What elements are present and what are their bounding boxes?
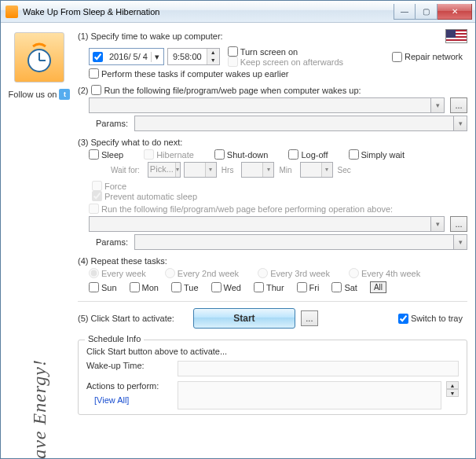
browse-before-button[interactable]: ... bbox=[450, 216, 467, 232]
sec-field[interactable]: ▾ bbox=[300, 162, 333, 178]
day-mon[interactable]: Mon bbox=[130, 282, 159, 292]
view-all-link[interactable]: [View All] bbox=[94, 395, 173, 405]
sleep-checkbox[interactable]: Sleep bbox=[89, 149, 123, 160]
start-more-button[interactable]: ... bbox=[301, 310, 318, 326]
every-3rd-week-radio[interactable]: Every 3rd week bbox=[258, 268, 330, 278]
min-field[interactable]: ▾ bbox=[241, 162, 274, 178]
s1-label: (1) Specify time to wake up computer: bbox=[78, 31, 223, 41]
force-checkbox: Force bbox=[92, 181, 197, 191]
time-picker[interactable]: 9:58:00 ▲▼ bbox=[167, 48, 220, 65]
schedule-info-group: Schedule Info Click Start button above t… bbox=[78, 340, 467, 415]
params-combo[interactable]: ▾ bbox=[134, 116, 467, 131]
chevron-down-icon[interactable]: ▾ bbox=[453, 116, 467, 131]
app-logo bbox=[14, 32, 64, 83]
date-picker[interactable]: 2016/ 5/ 4 ▾ bbox=[89, 48, 164, 65]
switch-to-tray-checkbox[interactable]: Switch to tray bbox=[398, 314, 463, 324]
every-4th-week-radio[interactable]: Every 4th week bbox=[349, 268, 420, 278]
actions-label: Actions to perform: bbox=[86, 381, 173, 391]
every-week-radio[interactable]: Every week bbox=[89, 268, 146, 278]
actions-down-icon[interactable]: ▼ bbox=[446, 389, 459, 397]
s3-label: (3) Specify what to do next: bbox=[78, 138, 182, 147]
chevron-down-icon[interactable]: ▾ bbox=[430, 97, 445, 113]
twitter-icon: t bbox=[59, 89, 70, 100]
s4-label: (4) Repeat these tasks: bbox=[78, 256, 167, 266]
day-tue[interactable]: Tue bbox=[171, 282, 199, 292]
pick-field[interactable]: Pick...▾ bbox=[148, 162, 181, 178]
section-5: (5) Click Start to activate: Start ... S… bbox=[78, 308, 467, 329]
app-icon bbox=[5, 6, 18, 18]
turn-screen-on-checkbox[interactable]: Turn screen on bbox=[228, 46, 343, 57]
wake-time-label: Wake-up Time: bbox=[86, 361, 173, 370]
perform-earlier-checkbox[interactable]: Perform these tasks if computer wakes up… bbox=[89, 68, 288, 79]
prevent-sleep-checkbox: Prevent automatic sleep bbox=[92, 191, 197, 201]
sidebar: Follow us on t Let's Save Energy! bbox=[5, 29, 73, 453]
chevron-down-icon[interactable]: ▾ bbox=[430, 216, 445, 232]
section-1: (1) Specify time to wake up computer: 20… bbox=[78, 29, 467, 79]
shutdown-checkbox[interactable]: Shut-down bbox=[214, 149, 269, 160]
day-thu[interactable]: Thur bbox=[254, 282, 284, 292]
hrs-field[interactable]: ▾ bbox=[184, 162, 217, 178]
section-3: (3) Specify what to do next: Sleep Hiber… bbox=[78, 138, 467, 250]
run-before-combo[interactable]: ▾ bbox=[89, 216, 445, 232]
close-button[interactable]: ✕ bbox=[438, 4, 472, 20]
maximize-button[interactable]: ▢ bbox=[416, 4, 438, 20]
params-before-label: Params: bbox=[89, 237, 128, 247]
day-fri[interactable]: Fri bbox=[297, 282, 320, 292]
actions-up-icon[interactable]: ▲ bbox=[446, 381, 459, 389]
actions-value bbox=[178, 381, 441, 409]
run-before-checkbox: Run the following file/program/web page … bbox=[89, 204, 393, 214]
params-before-combo[interactable]: ▾ bbox=[134, 234, 467, 250]
hibernate-checkbox: Hibernate bbox=[144, 149, 194, 160]
day-sat[interactable]: Sat bbox=[331, 282, 357, 292]
section-4: (4) Repeat these tasks: Every week Every… bbox=[78, 256, 467, 293]
s2-number: (2) bbox=[78, 86, 88, 95]
s5-label: (5) Click Start to activate: bbox=[78, 314, 174, 323]
logoff-checkbox[interactable]: Log-off bbox=[288, 149, 328, 160]
wake-time-value bbox=[178, 361, 459, 376]
wait-for-label: Wait for: bbox=[111, 166, 140, 174]
schedule-hint: Click Start button above to activate... bbox=[86, 347, 459, 356]
follow-link[interactable]: Follow us on t bbox=[9, 89, 71, 100]
start-button[interactable]: Start bbox=[193, 308, 295, 329]
every-2nd-week-radio[interactable]: Every 2nd week bbox=[165, 268, 239, 278]
simply-wait-checkbox[interactable]: Simply wait bbox=[349, 149, 405, 160]
window-title: Wake Up From Sleep & Hibernation bbox=[23, 7, 394, 17]
run-path-combo[interactable]: ▾ bbox=[89, 97, 445, 113]
day-wed[interactable]: Wed bbox=[211, 282, 241, 292]
day-sun[interactable]: Sun bbox=[89, 282, 117, 292]
time-up-icon[interactable]: ▲ bbox=[207, 49, 219, 57]
minimize-button[interactable]: — bbox=[394, 4, 416, 20]
schedule-title: Schedule Info bbox=[85, 334, 144, 343]
params-label: Params: bbox=[89, 119, 128, 128]
chevron-down-icon[interactable]: ▾ bbox=[453, 234, 467, 250]
keep-screen-on-checkbox: Keep screen on afterwards bbox=[228, 57, 343, 67]
titlebar: Wake Up From Sleep & Hibernation — ▢ ✕ bbox=[1, 1, 475, 23]
date-value[interactable]: 2016/ 5/ 4 bbox=[106, 52, 151, 61]
tagline-text: Let's Save Energy! bbox=[29, 359, 50, 458]
main-panel: (1) Specify time to wake up computer: 20… bbox=[78, 29, 467, 453]
section-2: (2) Run the following file/program/web p… bbox=[78, 85, 467, 131]
flag-icon[interactable] bbox=[445, 29, 467, 43]
date-enable-checkbox[interactable] bbox=[93, 52, 103, 62]
follow-text: Follow us on bbox=[9, 90, 57, 99]
date-dropdown-icon[interactable]: ▾ bbox=[151, 52, 163, 62]
repair-network-checkbox[interactable]: Repair network bbox=[392, 52, 463, 62]
all-days-button[interactable]: All bbox=[370, 281, 386, 293]
time-value[interactable]: 9:58:00 bbox=[168, 52, 207, 61]
time-down-icon[interactable]: ▼ bbox=[207, 57, 219, 64]
browse-button[interactable]: ... bbox=[450, 97, 467, 113]
run-on-wake-checkbox[interactable]: Run the following file/program/web page … bbox=[91, 85, 361, 95]
app-window: Wake Up From Sleep & Hibernation — ▢ ✕ F… bbox=[0, 0, 476, 459]
